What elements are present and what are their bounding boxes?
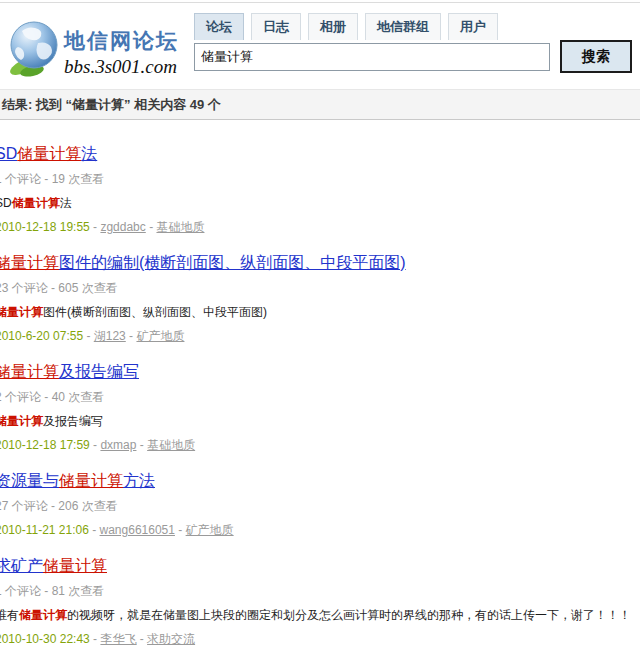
result-title-link[interactable]: 资源量与储量计算方法 [0, 472, 155, 489]
result-stats: 1 个评论 - 19 次查看 [0, 171, 640, 188]
result-category-link[interactable]: 基础地质 [156, 220, 204, 234]
result-title-link[interactable]: 储量计算及报告编写 [0, 363, 139, 380]
search-result-item: SD储量计算法 1 个评论 - 19 次查看 SD储量计算法 2010-12-1… [0, 144, 640, 236]
result-snippet: 谁有储量计算的视频呀，就是在储量图上块段的圈定和划分及怎么画计算时的界线的那种，… [0, 607, 640, 624]
result-snippet: 储量计算及报告编写 [0, 413, 640, 430]
search-button[interactable]: 搜索 [560, 40, 632, 73]
result-date: 2010-12-18 19:55 [0, 220, 90, 234]
result-date: 2010-10-30 22:43 [0, 632, 90, 646]
result-stats: 2 个评论 - 40 次查看 [0, 389, 640, 406]
result-meta-line: 2010-10-30 22:43 - 李华飞 - 求助交流 [0, 631, 640, 648]
tab-blog[interactable]: 日志 [251, 13, 301, 40]
search-result-item: 资源量与储量计算方法 27 个评论 - 206 次查看 2010-11-21 2… [0, 471, 640, 539]
result-stats: 23 个评论 - 605 次查看 [0, 280, 640, 297]
result-snippet: SD储量计算法 [0, 195, 640, 212]
search-result-item: 求矿产储量计算 1 个评论 - 81 次查看 谁有储量计算的视频呀，就是在储量图… [0, 556, 640, 648]
result-meta-line: 2010-12-18 19:55 - zgddabc - 基础地质 [0, 219, 640, 236]
result-category-link[interactable]: 矿产地质 [186, 523, 234, 537]
tab-users[interactable]: 用户 [448, 13, 498, 40]
site-logo[interactable]: 地信网论坛 bbs.3s001.com [8, 13, 190, 78]
result-author-link[interactable]: zgddabc [100, 220, 145, 234]
globe-leaves-icon [8, 19, 60, 77]
result-snippet: 储量计算图件(横断剖面图、纵剖面图、中段平面图) [0, 304, 640, 321]
result-author-link[interactable]: 湖123 [94, 329, 126, 343]
site-title: 地信网论坛 [64, 27, 179, 55]
result-author-link[interactable]: 李华飞 [100, 632, 136, 646]
search-result-item: 储量计算及报告编写 2 个评论 - 40 次查看 储量计算及报告编写 2010-… [0, 362, 640, 454]
tab-album[interactable]: 相册 [308, 13, 358, 40]
result-title-link[interactable]: SD储量计算法 [0, 145, 97, 162]
result-title: 求矿产储量计算 [0, 556, 640, 577]
result-meta-line: 2010-12-18 17:59 - dxmap - 基础地质 [0, 437, 640, 454]
site-domain: bbs.3s001.com [64, 56, 179, 78]
search-row: 搜索 [194, 40, 632, 73]
tab-groups[interactable]: 地信群组 [365, 13, 441, 40]
result-date: 2010-11-21 21:06 [0, 523, 89, 537]
search-input[interactable] [194, 43, 550, 71]
search-result-item: 储量计算图件的编制(横断剖面图、纵剖面图、中段平面图) 23 个评论 - 605… [0, 253, 640, 345]
search-area: 论坛 日志 相册 地信群组 用户 搜索 [194, 13, 632, 73]
result-title: 储量计算及报告编写 [0, 362, 640, 383]
result-stats: 27 个评论 - 206 次查看 [0, 498, 640, 515]
result-meta-line: 2010-11-21 21:06 - wang6616051 - 矿产地质 [0, 522, 640, 539]
result-stats: 1 个评论 - 81 次查看 [0, 583, 640, 600]
result-category-link[interactable]: 基础地质 [147, 438, 195, 452]
tab-forum[interactable]: 论坛 [194, 13, 244, 40]
search-scope-tabs: 论坛 日志 相册 地信群组 用户 [194, 13, 632, 40]
result-meta-line: 2010-6-20 07:55 - 湖123 - 矿产地质 [0, 328, 640, 345]
result-author-link[interactable]: dxmap [100, 438, 136, 452]
results-list: SD储量计算法 1 个评论 - 19 次查看 SD储量计算法 2010-12-1… [0, 120, 640, 658]
result-category-link[interactable]: 求助交流 [147, 632, 195, 646]
result-title-link[interactable]: 储量计算图件的编制(横断剖面图、纵剖面图、中段平面图) [0, 254, 406, 271]
result-title: SD储量计算法 [0, 144, 640, 165]
result-date: 2010-6-20 07:55 [0, 329, 83, 343]
result-title: 资源量与储量计算方法 [0, 471, 640, 492]
result-category-link[interactable]: 矿产地质 [136, 329, 184, 343]
result-date: 2010-12-18 17:59 [0, 438, 90, 452]
result-summary-bar: 结果: 找到 “储量计算” 相关内容 49 个 [0, 89, 640, 120]
site-logo-text: 地信网论坛 bbs.3s001.com [64, 27, 179, 78]
result-title: 储量计算图件的编制(横断剖面图、纵剖面图、中段平面图) [0, 253, 640, 274]
result-author-link[interactable]: wang6616051 [100, 523, 175, 537]
result-title-link[interactable]: 求矿产储量计算 [0, 557, 107, 574]
page-header: 地信网论坛 bbs.3s001.com 论坛 日志 相册 地信群组 用户 搜索 [0, 3, 640, 82]
